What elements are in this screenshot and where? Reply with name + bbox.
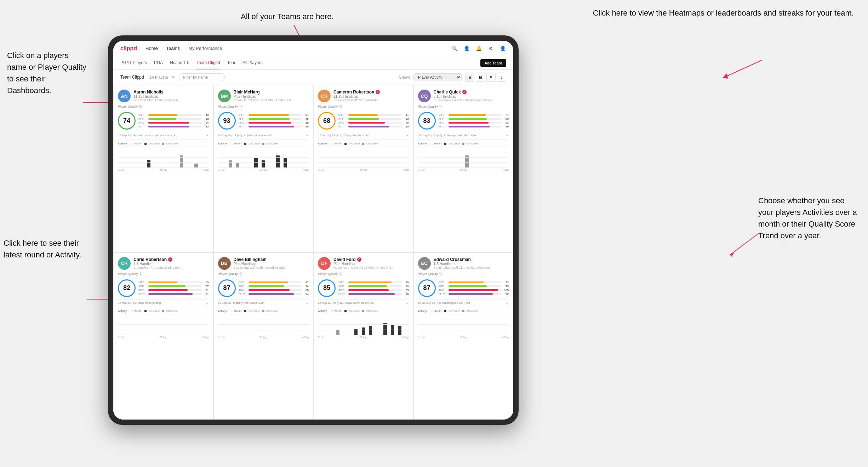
verified-badge: ✓ xyxy=(462,90,467,94)
stat-row-app: APP 77 xyxy=(138,285,209,288)
stat-bar xyxy=(348,126,389,127)
quality-score[interactable]: 68 xyxy=(318,112,336,130)
stat-label-app: APP xyxy=(239,285,247,288)
add-team-button[interactable]: Add Team xyxy=(480,59,506,67)
player-header: EC Edward Crossman 1-5 Handicap Sunningd… xyxy=(418,257,509,270)
show-select[interactable]: Player Activity Quality Score Trend xyxy=(413,73,462,81)
nav-item-teams[interactable]: Teams xyxy=(166,46,180,51)
player-name[interactable]: Charlie Quick ✓ xyxy=(434,90,509,95)
player-card[interactable]: DF David Ford ✓ Plus Handicap Royal Nort… xyxy=(313,252,413,420)
last-round-text: 04 Sep 23 | Mobility with coach, Gym xyxy=(218,301,305,304)
stat-label-ott: OTT xyxy=(439,113,447,116)
settings-icon[interactable]: ⚙ xyxy=(487,45,494,52)
oncourse-legend-dot xyxy=(344,310,347,312)
subnav-tour[interactable]: Tour xyxy=(227,56,235,69)
edit-icon[interactable]: ✏ xyxy=(172,75,175,80)
chart-date: 4 Sep xyxy=(302,169,309,171)
last-round-text: 18 Jul 23 | 74 (+4), Sunningdale GC - Ol… xyxy=(418,301,506,304)
stat-bar-container xyxy=(148,289,202,291)
svg-line-2 xyxy=(723,60,762,78)
player-card[interactable]: AN Aaron Nicholls 11:15 Handicap Drift G… xyxy=(113,85,213,252)
grid-small-view-button[interactable]: ⊟ xyxy=(476,73,485,82)
player-card[interactable]: EC Edward Crossman 1-5 Handicap Sunningd… xyxy=(413,252,514,420)
last-round[interactable]: 07 Aug 23 | 77 (+7), St George's Hill GC… xyxy=(418,132,509,137)
player-card[interactable]: CQ Charlie Quick ✓ 6:10 Handicap St. Geo… xyxy=(413,85,514,252)
chart-date: 4 Sep xyxy=(202,336,209,338)
last-round[interactable]: 04 Sep 23 | Mobility with coach, Gym → xyxy=(218,299,309,305)
chart-dates: 31 Jul21 Aug4 Sep xyxy=(318,168,409,171)
verified-badge: ✓ xyxy=(168,257,172,262)
player-name[interactable]: Chris Robertson ✓ xyxy=(133,257,209,262)
last-round[interactable]: 26 Aug 23 | 84 (+12), Royal North Devon … xyxy=(318,299,409,305)
filter-input[interactable] xyxy=(179,73,225,81)
stat-value: 85 xyxy=(203,125,209,128)
subnav-hcaps[interactable]: Hcaps 1-5 xyxy=(170,56,189,69)
player-card[interactable]: CR Chris Robertson ✓ 1-5 Handicap Craigm… xyxy=(113,252,213,420)
stat-label-ott: OTT xyxy=(338,113,347,116)
player-card[interactable]: CR Cameron Robertson ✓ 11:15 Handicap Ro… xyxy=(313,85,413,252)
nav-item-home[interactable]: Home xyxy=(145,46,158,51)
player-name[interactable]: Edward Crossman xyxy=(434,257,509,262)
filter-view-button[interactable]: ▼ xyxy=(486,73,496,82)
chart-date: 31 Jul xyxy=(118,169,125,171)
oncourse-legend-dot xyxy=(244,143,246,145)
player-name[interactable]: Aaron Nicholls xyxy=(133,90,209,95)
stat-bar-container xyxy=(449,118,502,120)
activity-title: Activity xyxy=(318,309,327,313)
grid-large-view-button[interactable]: ⊞ xyxy=(465,73,474,82)
quality-score[interactable]: 85 xyxy=(318,279,336,297)
stat-label-arg: ARG xyxy=(338,289,347,292)
quality-score[interactable]: 87 xyxy=(418,279,436,297)
stat-bar xyxy=(449,114,486,116)
stat-label-app: APP xyxy=(239,117,247,120)
stat-value: 96 xyxy=(403,292,409,296)
last-round[interactable]: 26 Aug 23 | 73 (+1), Royal North Devon G… xyxy=(218,132,309,137)
last-round[interactable]: 02 Sep 23 | Sunset round to get back int… xyxy=(118,132,209,137)
player-name[interactable]: David Ford ✓ xyxy=(333,257,409,262)
avatar-icon[interactable]: 👤 xyxy=(499,45,506,52)
quality-score[interactable]: 87 xyxy=(218,279,236,297)
verified-badge: ✓ xyxy=(357,257,361,262)
profile-icon[interactable]: 👤 xyxy=(463,45,470,52)
subnav-pgat[interactable]: PGAT Players xyxy=(120,56,147,69)
quality-score[interactable]: 93 xyxy=(218,112,236,130)
chart-bars xyxy=(418,319,509,335)
player-header: BM Blair McHarg Plus Handicap Royal Nort… xyxy=(218,90,309,102)
quality-score[interactable]: 74 xyxy=(118,112,136,130)
subnav: PGAT Players PGA Hcaps 1-5 Team Clippd T… xyxy=(113,56,513,70)
stat-row-putt: PUTT 92 xyxy=(439,292,509,296)
player-handicap: 1-5 Handicap xyxy=(133,262,209,266)
player-name[interactable]: Cameron Robertson ✓ xyxy=(333,90,409,95)
chart-dates: 31 Jul21 Aug4 Sep xyxy=(318,335,409,338)
notification-icon[interactable]: 🔔 xyxy=(475,45,482,52)
nav-item-performance[interactable]: My Performance xyxy=(188,46,222,51)
player-grid: AN Aaron Nicholls 11:15 Handicap Drift G… xyxy=(113,85,513,420)
activity-section: Activity · 1 Month On course Off course xyxy=(218,307,309,338)
last-round[interactable]: 03 Mar 23 | 19, Must make putting → xyxy=(118,299,209,305)
last-round[interactable]: 18 Jul 23 | 74 (+4), Sunningdale GC - Ol… xyxy=(418,299,509,305)
stat-bar-container xyxy=(449,285,502,287)
stat-label-ott: OTT xyxy=(239,113,247,116)
activity-legend: On course Off course xyxy=(144,142,178,145)
player-name[interactable]: Blair McHarg xyxy=(234,90,309,95)
player-info: David Ford ✓ Plus Handicap Royal North D… xyxy=(333,257,409,269)
last-round[interactable]: 02 Jul 23 | 59 (+17), Craigmillar Park G… xyxy=(318,132,409,137)
search-icon[interactable]: 🔍 xyxy=(451,45,458,52)
quality-score[interactable]: 83 xyxy=(418,112,436,130)
sort-view-button[interactable]: ↕ xyxy=(497,73,506,82)
player-handicap: Plus Handicap xyxy=(234,262,309,266)
player-handicap: 1-5 Handicap xyxy=(434,262,509,266)
player-avatar: CR xyxy=(318,90,331,102)
offcourse-legend-dot xyxy=(162,143,164,145)
player-card[interactable]: DB Dave Billingham Plus Handicap Sag Mai… xyxy=(213,252,314,420)
activity-legend: On course Off course xyxy=(444,310,478,312)
subnav-pga[interactable]: PGA xyxy=(154,56,163,69)
quality-section: 93 OTT 84 APP 85 ARG 88 PUTT xyxy=(218,112,309,130)
quality-score[interactable]: 82 xyxy=(118,279,136,297)
player-name[interactable]: Dave Billingham xyxy=(234,257,309,262)
subnav-team-clippd[interactable]: Team Clippd xyxy=(196,56,220,69)
subnav-all-players[interactable]: All Players xyxy=(242,56,263,69)
activity-period: · 1 Month xyxy=(130,309,141,313)
quality-section: 87 OTT 73 APP 79 ARG 103 PUTT xyxy=(418,279,509,297)
player-card[interactable]: BM Blair McHarg Plus Handicap Royal Nort… xyxy=(213,85,314,252)
